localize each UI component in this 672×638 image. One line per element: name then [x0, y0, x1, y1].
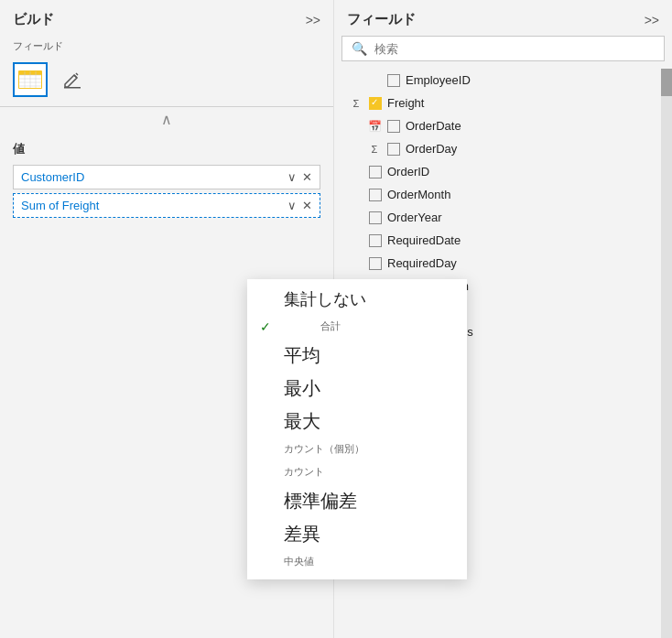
svg-rect-10 — [64, 87, 81, 89]
field-section-label: フィールド — [0, 36, 333, 57]
field-list-item[interactable]: OrderID — [341, 160, 661, 183]
no-aggregate-label: 集計しない — [284, 288, 366, 311]
dropdown-stddev[interactable]: 標準偏差 — [247, 484, 467, 517]
right-panel-header: フィールド >> — [334, 0, 672, 36]
field-name: OrderDate — [406, 119, 461, 133]
sumoffreight-chevron-icon[interactable]: ∨ — [287, 199, 297, 212]
collapse-icon[interactable]: ∧ — [161, 112, 172, 127]
field-list-item[interactable]: ΣOrderDay — [341, 137, 661, 160]
values-section: 値 CustomerID ∨ ✕ Sum of Freight ∨ ✕ — [0, 132, 333, 227]
dropdown-average[interactable]: 平均 — [247, 339, 467, 372]
field-name: OrderYear — [387, 211, 442, 224]
icon-row — [0, 57, 333, 106]
sumoffreight-chip-icons: ∨ ✕ — [287, 199, 312, 212]
max-label: 最大 — [284, 408, 320, 434]
sigma-icon: Σ — [367, 144, 382, 155]
field-checkbox[interactable] — [369, 234, 382, 247]
stddev-label: 標準偏差 — [284, 488, 357, 514]
field-checkbox[interactable] — [369, 166, 382, 178]
dropdown-count[interactable]: カウント — [247, 460, 467, 484]
dropdown-median[interactable]: 中央値 — [247, 550, 467, 574]
sigma-icon: Σ — [349, 98, 363, 109]
dropdown-count-distinct[interactable]: カウント（個別） — [247, 438, 467, 461]
field-list-item[interactable]: ΣFreight — [341, 92, 661, 114]
field-name: OrderID — [387, 165, 429, 178]
scroll-thumb[interactable] — [661, 69, 672, 96]
field-name: RequiredDay — [387, 256, 457, 270]
left-panel-expand-icon[interactable]: >> — [306, 13, 320, 27]
customerid-chip-text: CustomerID — [21, 170, 287, 184]
field-checkbox[interactable] — [387, 143, 400, 156]
left-panel-title: ビルド — [13, 11, 54, 28]
field-checkbox[interactable] — [387, 74, 400, 87]
aggregate-dropdown: 集計しない ✓ 合計 平均 最小 最大 カウント（個別） カウント 標準偏差 差… — [247, 279, 467, 579]
sum-label: 合計 — [284, 319, 341, 335]
field-list-item[interactable]: 📅OrderDate — [341, 114, 661, 137]
left-panel-header: ビルド >> — [0, 0, 333, 36]
variance-label: 差異 — [284, 521, 320, 546]
dropdown-sum[interactable]: ✓ 合計 — [247, 315, 467, 339]
customerid-chevron-icon[interactable]: ∨ — [287, 170, 297, 184]
field-name: RequiredDate — [387, 233, 461, 247]
dropdown-no-aggregate[interactable]: 集計しない — [247, 285, 467, 315]
sumoffreight-chip[interactable]: Sum of Freight ∨ ✕ — [13, 193, 320, 218]
field-checkbox[interactable] — [369, 97, 382, 110]
field-list-item[interactable]: OrderMonth — [341, 183, 661, 206]
field-name: Freight — [387, 96, 424, 110]
min-label: 最小 — [284, 375, 320, 401]
field-checkbox[interactable] — [369, 211, 382, 224]
calendar-icon: 📅 — [367, 120, 382, 133]
field-checkbox[interactable] — [369, 189, 382, 201]
field-list-item[interactable]: EmployeeID — [341, 69, 661, 92]
scrollbar[interactable] — [661, 69, 672, 638]
count-label: カウント — [284, 464, 324, 481]
customerid-chip[interactable]: CustomerID ∨ ✕ — [13, 165, 320, 189]
values-label: 値 — [13, 141, 320, 157]
median-label: 中央値 — [284, 554, 314, 570]
search-bar: 🔍 — [341, 36, 665, 61]
field-checkbox[interactable] — [387, 120, 400, 133]
field-name: EmployeeID — [406, 73, 471, 87]
field-list-item[interactable]: RequiredDay — [341, 252, 661, 275]
search-icon: 🔍 — [352, 41, 367, 56]
customerid-close-icon[interactable]: ✕ — [302, 170, 312, 184]
right-panel-expand-icon[interactable]: >> — [645, 13, 659, 27]
field-list-item[interactable]: OrderYear — [341, 206, 661, 229]
dropdown-min[interactable]: 最小 — [247, 372, 467, 405]
sum-checkmark: ✓ — [260, 319, 271, 334]
sumoffreight-close-icon[interactable]: ✕ — [302, 199, 312, 212]
table-icon — [18, 68, 42, 92]
average-label: 平均 — [284, 342, 320, 368]
right-panel-title: フィールド — [347, 11, 416, 28]
dropdown-max[interactable]: 最大 — [247, 405, 467, 438]
field-checkbox[interactable] — [369, 257, 382, 270]
field-name: OrderDay — [406, 142, 457, 156]
field-name: OrderMonth — [387, 188, 450, 201]
dropdown-variance[interactable]: 差異 — [247, 517, 467, 550]
left-panel: ビルド >> フィールド — [0, 0, 334, 638]
field-list-item[interactable]: RequiredDate — [341, 229, 661, 252]
search-input[interactable] — [374, 42, 655, 56]
table-icon-button[interactable] — [13, 62, 48, 97]
edit-icon-button[interactable] — [55, 62, 90, 97]
customerid-chip-icons: ∨ ✕ — [287, 170, 312, 184]
edit-icon — [61, 69, 83, 91]
count-distinct-label: カウント（個別） — [284, 441, 364, 458]
sumoffreight-chip-text: Sum of Freight — [21, 199, 287, 212]
